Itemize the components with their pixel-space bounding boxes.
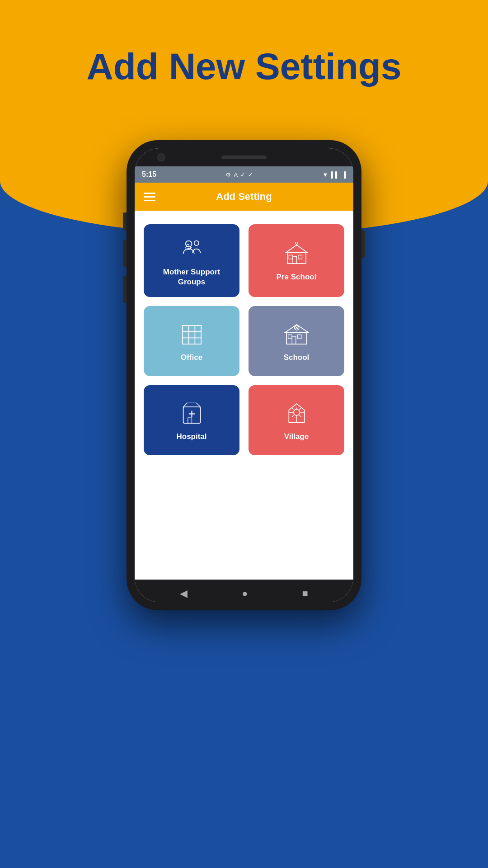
hamburger-line-2 [144,196,155,198]
svg-rect-5 [292,257,296,264]
phone-frame: 5:15 ⚙ A ✓ ✓ ▼ ▌▌ ▐ [127,140,361,610]
app-bar: Add Setting [135,183,353,211]
office-label: Office [181,353,202,363]
content-area: Mother Support Groups [135,211,353,580]
hamburger-line-1 [144,193,155,194]
office-icon [179,322,204,347]
page-title: Add New Settings [0,45,488,88]
school-icon [284,322,309,347]
side-button-left-2 [123,240,127,267]
svg-point-2 [187,244,189,246]
battery-icon: ▐ [342,171,346,178]
grid-container: Mother Support Groups [135,211,353,469]
status-right-icons: ▼ ▌▌ ▐ [322,171,346,178]
people-icon [179,237,204,262]
svg-rect-21 [297,335,301,339]
svg-rect-26 [188,418,192,423]
svg-rect-20 [292,336,296,344]
menu-button[interactable] [144,193,155,201]
status-icon-a: A [234,171,238,178]
camera [157,153,165,161]
status-time: 5:15 [142,170,156,179]
settings-grid: Mother Support Groups [144,224,344,455]
mother-support-label: Mother Support Groups [151,267,232,287]
status-icon-gear: ⚙ [225,171,231,178]
svg-line-30 [299,408,301,410]
phone-top-area [135,148,353,166]
svg-point-1 [194,241,198,245]
phone-content: 5:15 ⚙ A ✓ ✓ ▼ ▌▌ ▐ [135,166,353,602]
card-village[interactable]: Village [249,385,344,455]
card-school[interactable]: School [249,306,344,376]
svg-line-29 [292,408,294,410]
village-icon [284,401,309,426]
card-pre-school[interactable]: Pre School [249,224,344,297]
pre-school-label: Pre School [277,272,317,282]
svg-point-8 [295,242,297,244]
village-label: Village [284,432,309,442]
status-icon-check1: ✓ [240,171,245,178]
phone-screen: 5:15 ⚙ A ✓ ✓ ▼ ▌▌ ▐ [135,148,353,602]
svg-line-32 [299,415,301,417]
svg-rect-22 [288,335,292,339]
nav-bar: ◀ ● ■ [135,580,353,602]
svg-rect-7 [289,255,293,259]
side-button-right [361,231,365,258]
preschool-icon [284,242,309,267]
app-bar-title: Add Setting [155,191,344,203]
status-bar: 5:15 ⚙ A ✓ ✓ ▼ ▌▌ ▐ [135,166,353,183]
side-button-left-3 [123,276,127,303]
speaker [221,156,267,159]
hospital-icon [179,401,204,426]
recent-button[interactable]: ■ [302,588,308,599]
school-label: School [284,353,310,363]
svg-rect-6 [298,255,302,259]
hospital-label: Hospital [176,432,206,442]
svg-marker-4 [286,245,307,253]
svg-line-31 [292,415,294,417]
side-button-left-1 [123,212,127,231]
svg-point-28 [293,409,300,415]
hamburger-line-3 [144,200,155,201]
svg-marker-16 [285,325,308,332]
home-button[interactable]: ● [242,588,248,599]
svg-rect-15 [286,332,307,344]
wifi-icon: ▼ [322,171,328,178]
card-office[interactable]: Office [144,306,239,376]
card-mother-support[interactable]: Mother Support Groups [144,224,239,297]
card-hospital[interactable]: Hospital [144,385,239,455]
signal-icon: ▌▌ [331,171,339,178]
back-button[interactable]: ◀ [180,588,188,599]
status-icons: ⚙ A ✓ ✓ [225,171,253,178]
status-icon-check2: ✓ [248,171,253,178]
svg-rect-10 [182,326,201,344]
